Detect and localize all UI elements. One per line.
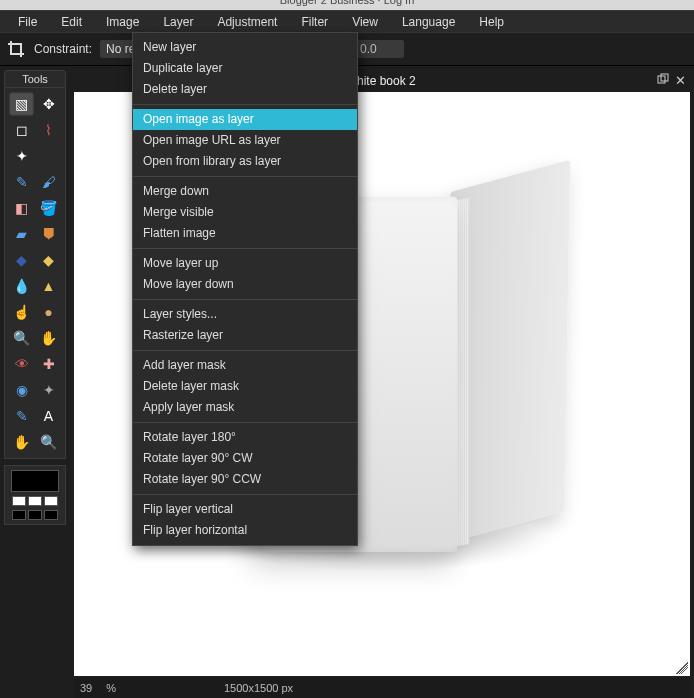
bloat-tool[interactable]: ◉ [9,378,34,402]
menu-separator [133,422,357,423]
swatch[interactable] [12,510,26,520]
resize-grip-icon[interactable] [676,662,688,674]
menu-separator [133,299,357,300]
brush-tool[interactable]: 🖌 [36,170,61,194]
stamp-tool[interactable]: ⛊ [36,222,61,246]
hand-tool[interactable]: ✋ [9,430,34,454]
sponge-tool[interactable]: ● [36,300,61,324]
menu-item-open-image-url-as-layer[interactable]: Open image URL as layer [133,130,357,151]
swatch[interactable] [28,510,42,520]
menu-item-duplicate-layer[interactable]: Duplicate layer [133,58,357,79]
menu-help[interactable]: Help [467,12,516,32]
swatch-row-light [12,496,58,506]
smudge-tool[interactable]: ☝ [9,300,34,324]
layer-menu-dropdown: New layerDuplicate layerDelete layerOpen… [132,32,358,546]
zoom-value: 39 [80,682,92,694]
menu-item-rotate-layer-90-cw[interactable]: Rotate layer 90° CW [133,448,357,469]
menu-item-rotate-layer-90-ccw[interactable]: Rotate layer 90° CCW [133,469,357,490]
constraint-label: Constraint: [34,42,92,56]
menu-edit[interactable]: Edit [49,12,94,32]
swatch-row-dark [12,510,58,520]
menu-item-delete-layer-mask[interactable]: Delete layer mask [133,376,357,397]
menu-item-merge-visible[interactable]: Merge visible [133,202,357,223]
document-title: white book 2 [348,74,415,88]
crop-icon [6,39,26,59]
color-swatches [4,465,66,525]
tools-grid: ▧✥◻︎⌇✦✎🖌◧🪣▰⛊◆◆💧▲☝●🔍✋👁✚◉✦✎A✋🔍 [4,88,66,459]
menu-item-merge-down[interactable]: Merge down [133,181,357,202]
menu-item-flip-layer-vertical[interactable]: Flip layer vertical [133,499,357,520]
marquee-tool[interactable]: ◻︎ [9,118,34,142]
heal-tool[interactable]: ✚ [36,352,61,376]
menu-separator [133,176,357,177]
spacer [36,144,61,168]
eraser-tool[interactable]: ◧ [9,196,34,220]
menu-item-apply-layer-mask[interactable]: Apply layer mask [133,397,357,418]
burn-tool[interactable]: ✋ [36,326,61,350]
menu-layer[interactable]: Layer [151,12,205,32]
foreground-color[interactable] [11,470,59,492]
menu-item-delete-layer[interactable]: Delete layer [133,79,357,100]
blur-tool[interactable]: 💧 [9,274,34,298]
canvas-dimensions: 1500x1500 px [224,682,293,694]
menu-item-rasterize-layer[interactable]: Rasterize layer [133,325,357,346]
text-tool[interactable]: A [36,404,61,428]
close-icon[interactable]: ✕ [675,73,686,88]
redeye-tool[interactable]: 👁 [9,352,34,376]
zoom-tool[interactable]: 🔍 [36,430,61,454]
browser-tab: Blogger 2 Business · Log In [0,0,694,10]
menu-item-open-from-library-as-layer[interactable]: Open from library as layer [133,151,357,172]
swatch[interactable] [12,496,26,506]
menu-item-flatten-image[interactable]: Flatten image [133,223,357,244]
menu-view[interactable]: View [340,12,390,32]
status-bar: 39 % 1500x1500 px [74,678,690,698]
lasso-tool[interactable]: ⌇ [36,118,61,142]
crop-tool[interactable]: ▧ [9,92,34,116]
sharpen-tool[interactable]: ▲ [36,274,61,298]
menu-separator [133,350,357,351]
swatch[interactable] [28,496,42,506]
gradient-tool[interactable]: ▰ [9,222,34,246]
tools-title: Tools [4,70,66,88]
menu-item-layer-styles-[interactable]: Layer styles... [133,304,357,325]
menu-item-open-image-as-layer[interactable]: Open image as layer [133,109,357,130]
menu-item-new-layer[interactable]: New layer [133,37,357,58]
menu-item-move-layer-up[interactable]: Move layer up [133,253,357,274]
menu-separator [133,104,357,105]
height-input[interactable]: 0.0 [354,40,404,58]
zoom-unit: % [106,682,116,694]
pencil-tool[interactable]: ✎ [9,170,34,194]
menu-item-rotate-layer-180-[interactable]: Rotate layer 180° [133,427,357,448]
menu-language[interactable]: Language [390,12,467,32]
menu-separator [133,494,357,495]
menu-adjustment[interactable]: Adjustment [205,12,289,32]
menu-separator [133,248,357,249]
browser-title: Blogger 2 Business · Log In [280,0,415,6]
bucket-tool[interactable]: 🪣 [36,196,61,220]
move-tool[interactable]: ✥ [36,92,61,116]
swatch[interactable] [44,496,58,506]
menu-file[interactable]: File [6,12,49,32]
color-replace-tool[interactable]: ◆ [9,248,34,272]
popout-icon[interactable] [657,73,669,88]
shape-tool[interactable]: ◆ [36,248,61,272]
swatch[interactable] [44,510,58,520]
dodge-tool[interactable]: 🔍 [9,326,34,350]
menu-filter[interactable]: Filter [289,12,340,32]
menu-bar: FileEditImageLayerAdjustmentFilterViewLa… [0,10,694,32]
menu-image[interactable]: Image [94,12,151,32]
menu-item-move-layer-down[interactable]: Move layer down [133,274,357,295]
eyedropper-tool[interactable]: ✎ [9,404,34,428]
wand-tool[interactable]: ✦ [9,144,34,168]
menu-item-add-layer-mask[interactable]: Add layer mask [133,355,357,376]
menu-item-flip-layer-horizontal[interactable]: Flip layer horizontal [133,520,357,541]
pinch-tool[interactable]: ✦ [36,378,61,402]
